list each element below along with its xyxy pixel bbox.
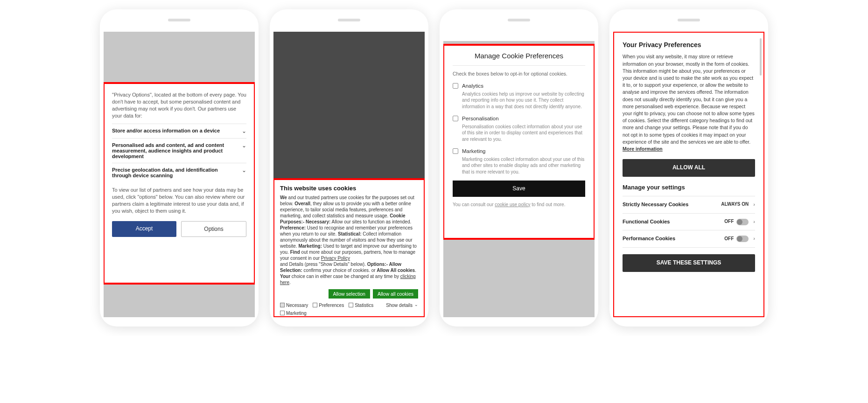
setting-status: OFF› bbox=[724, 235, 755, 243]
setting-label: Strictly Necessary Cookies bbox=[623, 201, 721, 208]
scrollbar[interactable] bbox=[760, 38, 762, 76]
screen: "Privacy Options", located at the bottom… bbox=[104, 32, 255, 317]
checkbox-icon bbox=[280, 303, 285, 307]
footer-text: To view our list of partners and see how… bbox=[112, 187, 246, 214]
setting-status: OFF› bbox=[724, 218, 755, 226]
body-text: When you visit any website, it may store… bbox=[623, 54, 755, 145]
toggle-switch[interactable] bbox=[736, 236, 749, 242]
allow-selection-button[interactable]: Allow selection bbox=[329, 289, 370, 299]
setting-status: ALWAYS ON› bbox=[721, 201, 755, 208]
checkbox-icon bbox=[313, 303, 317, 307]
screen: Manage Cookie Preferences Check the boxe… bbox=[443, 32, 595, 317]
setting-row[interactable]: Functional CookiesOFF› bbox=[623, 213, 755, 230]
show-details-label: Show details bbox=[386, 302, 413, 308]
checkbox-group: NecessaryPreferencesStatisticsMarketing bbox=[280, 302, 386, 316]
setting-label: Performance Cookies bbox=[623, 235, 724, 243]
chevron-down-icon: ⌄ bbox=[414, 302, 418, 308]
more-information-link[interactable]: More information bbox=[623, 146, 663, 152]
category-title: Personalisation bbox=[462, 115, 585, 123]
speaker bbox=[168, 19, 190, 21]
checkbox-label: Preferences bbox=[319, 302, 344, 308]
show-details-toggle[interactable]: Show details ⌄ bbox=[386, 302, 418, 308]
checkbox-preferences[interactable]: Preferences bbox=[313, 302, 344, 308]
category-desc: Personalisation cookies collect informat… bbox=[462, 124, 585, 143]
dialog-body: When you visit any website, it may store… bbox=[623, 53, 755, 153]
status-text: OFF bbox=[724, 218, 734, 225]
speaker bbox=[678, 19, 700, 21]
checkbox-statistics[interactable]: Statistics bbox=[349, 302, 373, 308]
checkbox[interactable] bbox=[453, 148, 458, 154]
cookie-dialog-3: Manage Cookie Preferences Check the boxe… bbox=[443, 44, 595, 240]
policy-post: to find out more. bbox=[530, 202, 565, 207]
cookie-dialog-2: This website uses cookies We and our tru… bbox=[273, 178, 425, 317]
setting-row[interactable]: Strictly Necessary CookiesALWAYS ON› bbox=[623, 196, 755, 213]
speaker bbox=[508, 19, 530, 21]
accept-button[interactable]: Accept bbox=[112, 221, 176, 237]
manage-settings-heading: Manage your settings bbox=[623, 183, 755, 192]
toggle-switch[interactable] bbox=[736, 219, 749, 225]
category-title: Marketing bbox=[462, 148, 585, 155]
setting-row[interactable]: Performance CookiesOFF› bbox=[623, 230, 755, 248]
chevron-down-icon: ⌄ bbox=[242, 128, 246, 134]
checkbox-necessary[interactable]: Necessary bbox=[280, 302, 308, 308]
purpose-row-1[interactable]: Store and/or access information on a dev… bbox=[112, 124, 246, 138]
phone-frame-1: "Privacy Options", located at the bottom… bbox=[100, 9, 259, 327]
screen: Your Privacy Preferences When you visit … bbox=[613, 32, 764, 317]
checkbox[interactable] bbox=[453, 116, 458, 121]
checkbox-label: Statistics bbox=[355, 302, 373, 308]
checkbox[interactable] bbox=[453, 83, 458, 89]
save-settings-button[interactable]: SAVE THESE SETTINGS bbox=[623, 254, 755, 271]
category-analytics: AnalyticsAnalytics cookies help us impro… bbox=[453, 83, 585, 110]
dialog-title: Your Privacy Preferences bbox=[623, 40, 755, 49]
phone-frame-4: Your Privacy Preferences When you visit … bbox=[609, 9, 768, 327]
cookie-dialog-4: Your Privacy Preferences When you visit … bbox=[613, 32, 764, 317]
purpose-label: Store and/or access information on a dev… bbox=[112, 128, 242, 133]
checkbox-icon bbox=[280, 311, 285, 315]
allow-all-button[interactable]: Allow all cookies bbox=[373, 289, 418, 299]
purpose-row-3[interactable]: Precise geolocation data, and identifica… bbox=[112, 163, 246, 182]
screen: This website uses cookies We and our tru… bbox=[273, 32, 425, 317]
speaker bbox=[338, 19, 360, 21]
top-whitebar bbox=[443, 32, 595, 41]
category-personalisation: PersonalisationPersonalisation cookies c… bbox=[453, 115, 585, 142]
checkbox-marketing[interactable]: Marketing bbox=[280, 310, 307, 316]
category-title: Analytics bbox=[462, 83, 585, 90]
policy-pre: You can consult our bbox=[453, 202, 495, 207]
phone-frame-3: Manage Cookie Preferences Check the boxe… bbox=[440, 9, 598, 327]
category-marketing: MarketingMarketing cookies collect infor… bbox=[453, 148, 585, 175]
checkbox-label: Marketing bbox=[286, 310, 307, 316]
allow-all-button[interactable]: ALLOW ALL bbox=[623, 159, 755, 176]
purpose-label: Personalised ads and content, ad and con… bbox=[112, 142, 242, 159]
lead-text: Check the boxes below to opt-in for opti… bbox=[453, 70, 585, 77]
checkbox-icon bbox=[349, 303, 353, 307]
checkbox-label: Necessary bbox=[286, 302, 308, 308]
category-desc: Analytics cookies help us improve our we… bbox=[462, 91, 585, 110]
intro-text: "Privacy Options", located at the bottom… bbox=[112, 91, 246, 119]
purpose-row-2[interactable]: Personalised ads and content, ad and con… bbox=[112, 138, 246, 163]
options-button[interactable]: Options bbox=[181, 221, 246, 237]
policy-text: You can consult our cookie use policy to… bbox=[453, 202, 585, 208]
category-desc: Marketing cookies collect information ab… bbox=[462, 156, 585, 175]
setting-label: Functional Cookies bbox=[623, 218, 724, 226]
dialog-title: Manage Cookie Preferences bbox=[453, 51, 585, 66]
status-text: ALWAYS ON bbox=[721, 201, 749, 208]
cookie-policy-link[interactable]: cookie use policy bbox=[495, 202, 530, 207]
purpose-label: Precise geolocation data, and identifica… bbox=[112, 167, 242, 178]
save-button[interactable]: Save bbox=[453, 181, 585, 196]
phone-frame-2: This website uses cookies We and our tru… bbox=[270, 9, 428, 327]
dialog-body: We and our trusted partners use cookies … bbox=[280, 195, 418, 285]
dialog-title: This website uses cookies bbox=[280, 185, 418, 193]
chevron-down-icon: ⌄ bbox=[242, 167, 246, 174]
chevron-right-icon: › bbox=[753, 235, 755, 243]
cookie-dialog-1: "Privacy Options", located at the bottom… bbox=[104, 82, 255, 285]
chevron-right-icon: › bbox=[753, 218, 755, 226]
chevron-right-icon: › bbox=[753, 201, 755, 208]
chevron-down-icon: ⌄ bbox=[242, 142, 246, 149]
status-text: OFF bbox=[724, 236, 734, 243]
